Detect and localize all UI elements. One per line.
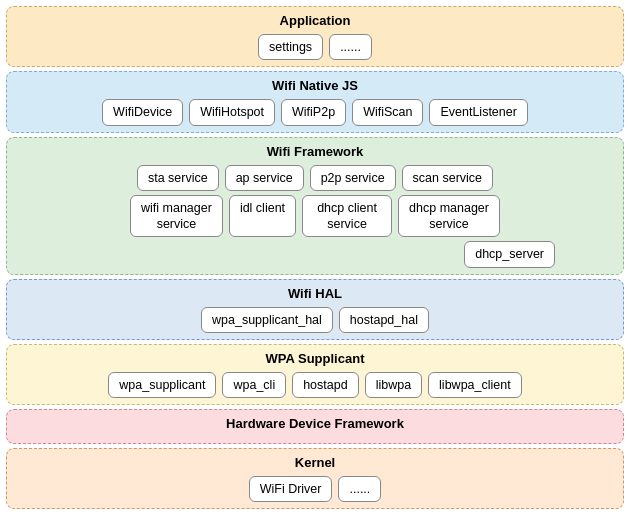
layer-wifi-hal: Wifi HAL wpa_supplicant_hal hostapd_hal: [6, 279, 624, 340]
kernel-items: WiFi Driver ......: [15, 476, 615, 502]
application-items: settings ......: [15, 34, 615, 60]
hostapd-hal: hostapd_hal: [339, 307, 429, 333]
libwpa: libwpa: [365, 372, 422, 398]
scan-service: scan service: [402, 165, 493, 191]
idl-client: idl client: [229, 195, 296, 238]
dhcp-client-service: dhcp clientservice: [302, 195, 392, 238]
wifi-hal-items: wpa_supplicant_hal hostapd_hal: [15, 307, 615, 333]
wpa-items: wpa_supplicant wpa_cli hostapd libwpa li…: [15, 372, 615, 398]
framework-row3: dhcp_server: [15, 241, 615, 267]
sta-service: sta service: [137, 165, 219, 191]
ap-service: ap service: [225, 165, 304, 191]
wpa-supplicant-hal: wpa_supplicant_hal: [201, 307, 333, 333]
kernel-title: Kernel: [15, 455, 615, 470]
kernel-dotdot: ......: [338, 476, 381, 502]
wifi-native-items: WifiDevice WifiHotspot WifiP2p WifiScan …: [15, 99, 615, 125]
wpa-title: WPA Supplicant: [15, 351, 615, 366]
wifi-driver: WiFi Driver: [249, 476, 333, 502]
layer-kernel: Kernel WiFi Driver ......: [6, 448, 624, 509]
wpa-supplicant: wpa_supplicant: [108, 372, 216, 398]
layer-application: Application settings ......: [6, 6, 624, 67]
hardware-title: Hardware Device Framework: [15, 416, 615, 431]
wifi-hal-title: Wifi HAL: [15, 286, 615, 301]
layer-hardware: Hardware Device Framework: [6, 409, 624, 444]
wifihotspot: WifiHotspot: [189, 99, 275, 125]
dhcp-manager-service: dhcp managerservice: [398, 195, 500, 238]
wifi-native-title: Wifi Native JS: [15, 78, 615, 93]
dhcp-server: dhcp_server: [464, 241, 555, 267]
layer-wpa-supplicant: WPA Supplicant wpa_supplicant wpa_cli ho…: [6, 344, 624, 405]
diagram: Application settings ...... Wifi Native …: [0, 0, 630, 516]
wifiscan: WifiScan: [352, 99, 423, 125]
wifip2p: WifiP2p: [281, 99, 346, 125]
eventlistener: EventListener: [429, 99, 527, 125]
application-title: Application: [15, 13, 615, 28]
wifi-framework-title: Wifi Framework: [15, 144, 615, 159]
wifi-manager-service: wifi managerservice: [130, 195, 223, 238]
p2p-service: p2p service: [310, 165, 396, 191]
framework-row1: sta service ap service p2p service scan …: [15, 165, 615, 191]
hostapd: hostapd: [292, 372, 358, 398]
app-settings: settings: [258, 34, 323, 60]
framework-row2: wifi managerservice idl client dhcp clie…: [15, 195, 615, 238]
libwpa-client: libwpa_client: [428, 372, 522, 398]
layer-wifi-framework: Wifi Framework sta service ap service p2…: [6, 137, 624, 275]
wifidevice: WifiDevice: [102, 99, 183, 125]
wpa-cli: wpa_cli: [222, 372, 286, 398]
layer-wifi-native: Wifi Native JS WifiDevice WifiHotspot Wi…: [6, 71, 624, 132]
app-dotdot: ......: [329, 34, 372, 60]
